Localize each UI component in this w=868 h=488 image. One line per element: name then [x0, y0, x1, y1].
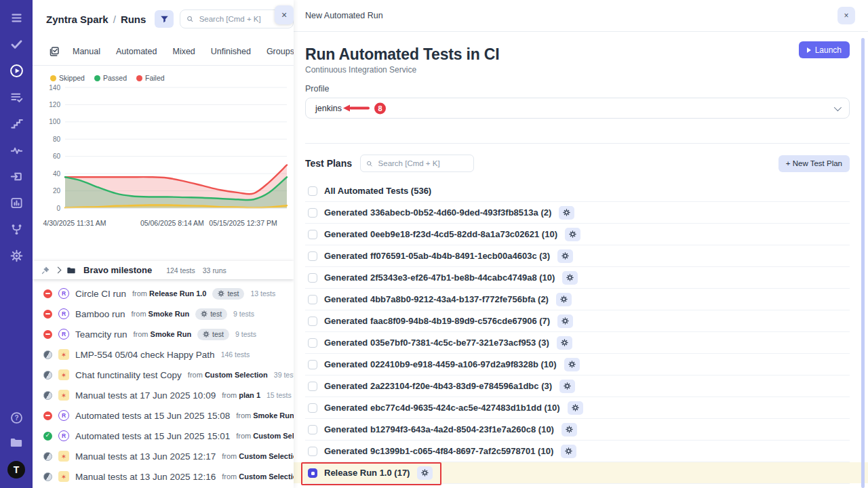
panel-close-button[interactable]: × — [275, 5, 294, 24]
plan-settings-gear-button[interactable] — [559, 206, 574, 220]
test-plan-row[interactable]: Generated faac8f09-94b8-4b19-89d9-c576cd… — [305, 310, 850, 332]
plan-settings-gear-button[interactable] — [557, 336, 572, 350]
filter-button[interactable] — [155, 10, 174, 28]
pulse-icon[interactable] — [9, 143, 23, 157]
legend-item[interactable]: Failed — [136, 74, 165, 82]
test-plans-search-input[interactable] — [377, 159, 468, 168]
plan-label[interactable]: Generated 4bb7a8b0-9212-43a4-b137-f772fe… — [324, 294, 549, 304]
plan-checkbox[interactable] — [308, 382, 317, 391]
plan-settings-gear-button[interactable] — [557, 249, 573, 263]
plan-settings-gear-button[interactable] — [561, 423, 577, 436]
run-list-item[interactable]: Manual tests at 17 Jun 2025 10:09 from p… — [33, 385, 294, 405]
legend-item[interactable]: Skipped — [50, 74, 85, 82]
run-name[interactable]: Circle CI run — [75, 289, 126, 299]
tab-groups[interactable]: Groups — [267, 47, 294, 56]
test-plan-row[interactable]: Generated b12794f3-643a-4a2d-8504-23f1e7… — [305, 419, 850, 441]
plan-label[interactable]: Generated 0eeb9e18-f23d-4cd5-82dd-8a1a73… — [324, 229, 557, 239]
test-plan-row[interactable]: Generated 336abecb-0b52-4d60-9ded-493f3f… — [305, 202, 850, 224]
tab-manual[interactable]: Manual — [73, 47, 100, 56]
plan-checkbox[interactable] — [308, 403, 317, 413]
plan-settings-gear-button[interactable] — [417, 466, 433, 480]
menu-icon[interactable] — [9, 11, 23, 24]
milestone-row[interactable]: Bravo milestone 124 tests 33 runs — [33, 261, 294, 279]
test-plan-row[interactable]: Release Run 1.0 (17) — [305, 462, 850, 484]
chevron-right-icon[interactable] — [55, 267, 62, 274]
tab-unfinished[interactable]: Unfinished — [211, 47, 251, 56]
run-name[interactable]: Teamcity run — [75, 329, 127, 340]
run-name[interactable]: Bamboo run — [75, 309, 125, 319]
run-list-item[interactable]: Automated tests at 15 Jun 2025 15:01 fro… — [33, 426, 294, 446]
scrollbar-thumb[interactable] — [861, 38, 865, 488]
pin-icon[interactable] — [41, 266, 50, 274]
plan-label[interactable]: All Automated Tests (536) — [324, 186, 431, 196]
test-plan-row[interactable]: Generated 2f5343e3-ef26-47b1-be8b-44cabc… — [305, 267, 850, 289]
plan-label[interactable]: Generated ff076591-05ab-4b4b-8491-1ecb00… — [324, 251, 550, 261]
select-runs-icon[interactable] — [49, 46, 60, 57]
plan-checkbox[interactable] — [308, 447, 317, 456]
plan-checkbox[interactable] — [308, 251, 317, 261]
plan-checkbox[interactable] — [308, 425, 317, 434]
test-plan-row[interactable]: Generated e891c41f-8039-4e64-aa24-e0d56e… — [305, 484, 850, 488]
run-list-item[interactable]: LMP-554 05/04 check Happy Path 146 tests — [33, 344, 294, 365]
plan-label[interactable]: Generated 2a223104-f20e-4b43-83d9-e78459… — [324, 381, 552, 391]
run-list-item[interactable]: Manual tests at 13 Jun 2025 12:16 from C… — [33, 466, 294, 487]
plan-label[interactable]: Generated b12794f3-643a-4a2d-8504-23f1e7… — [324, 424, 554, 434]
branch-icon[interactable] — [9, 222, 23, 236]
plan-label[interactable]: Generated faac8f09-94b8-4b19-89d9-c576cd… — [324, 316, 550, 326]
plan-checkbox[interactable] — [308, 186, 317, 196]
legend-item[interactable]: Passed — [94, 74, 127, 82]
plan-settings-gear-button[interactable] — [557, 314, 573, 328]
plan-settings-gear-button[interactable] — [564, 358, 580, 371]
plan-settings-gear-button[interactable] — [559, 380, 575, 393]
plan-label[interactable]: Generated ebc77c4d-9635-424c-ac5e-427483… — [324, 403, 560, 413]
run-name[interactable]: Automated tests at 15 Jun 2025 15:08 — [75, 411, 230, 421]
run-list-item[interactable]: Chat functinality test Copy from Custom … — [33, 365, 294, 385]
drawer-close-button[interactable]: × — [837, 7, 855, 24]
import-icon[interactable] — [9, 169, 23, 183]
run-list-item[interactable]: Circle CI run from Release Run 1.0 test … — [33, 283, 294, 304]
run-name[interactable]: LMP-554 05/04 check Happy Path — [75, 350, 215, 360]
plan-checkbox[interactable] — [308, 338, 317, 348]
runs-search-input[interactable] — [198, 14, 287, 24]
test-plan-row[interactable]: Generated ebc77c4d-9635-424c-ac5e-427483… — [305, 397, 850, 419]
run-name[interactable]: Manual tests at 13 Jun 2025 12:16 — [75, 472, 216, 482]
plan-settings-gear-button[interactable] — [561, 445, 576, 458]
plan-settings-gear-button[interactable] — [565, 228, 580, 241]
plan-label[interactable]: Release Run 1.0 (17) — [324, 468, 410, 478]
run-name[interactable]: Automated tests at 15 Jun 2025 15:01 — [75, 431, 230, 441]
test-plan-row[interactable]: Generated 022410b9-e918-4459-a106-97d2a9… — [305, 354, 850, 375]
plan-checkbox[interactable] — [308, 273, 317, 283]
plan-checkbox[interactable] — [308, 230, 317, 239]
test-plans-search[interactable] — [360, 155, 474, 172]
plan-checkbox[interactable] — [308, 208, 317, 218]
plan-settings-gear-button[interactable] — [556, 293, 572, 306]
plan-label[interactable]: Generated 035e7bf0-7381-4c5c-be77-321e73… — [324, 338, 549, 348]
plan-label[interactable]: Generated 9c1399b1-c065-4f84-8697-7af2c5… — [324, 446, 553, 456]
projects-folder-icon[interactable] — [9, 436, 23, 449]
plan-settings-gear-button[interactable] — [562, 271, 578, 285]
settings-gear-icon[interactable] — [9, 249, 23, 262]
plan-checkbox[interactable] — [308, 295, 317, 304]
help-icon[interactable]: ? — [9, 411, 23, 424]
plans-list-icon[interactable] — [9, 90, 23, 104]
test-plan-row[interactable]: Generated 9c1399b1-c065-4f84-8697-7af2c5… — [305, 441, 850, 462]
profile-select[interactable]: jenkins 8 — [305, 98, 850, 119]
test-plan-row[interactable]: Generated 4bb7a8b0-9212-43a4-b137-f772fe… — [305, 289, 850, 310]
run-list-item[interactable]: Bamboo run from Smoke Run test 9 tests — [33, 304, 294, 324]
run-name[interactable]: Chat functinality test Copy — [75, 370, 182, 380]
run-name[interactable]: Manual tests at 17 Jun 2025 10:09 — [75, 390, 216, 401]
test-plan-row[interactable]: Generated 035e7bf0-7381-4c5c-be77-321e73… — [305, 332, 850, 354]
plan-label[interactable]: Generated 2f5343e3-ef26-47b1-be8b-44cabc… — [324, 272, 555, 283]
run-name[interactable]: Manual tests at 13 Jun 2025 12:17 — [75, 451, 216, 462]
plan-label[interactable]: Generated 336abecb-0b52-4d60-9ded-493f3f… — [324, 207, 551, 218]
run-list-item[interactable]: Automated tests at 15 Jun 2025 15:08 fro… — [33, 405, 294, 426]
steps-icon[interactable] — [9, 117, 23, 130]
run-list-item[interactable]: Teamcity run from Smoke Run test 9 tests — [33, 324, 294, 344]
new-test-plan-button[interactable]: + New Test Plan — [778, 155, 850, 172]
runs-play-icon[interactable] — [9, 64, 23, 77]
test-plan-row[interactable]: All Automated Tests (536) — [305, 180, 850, 202]
report-icon[interactable] — [9, 196, 23, 209]
logo-testomat[interactable]: T — [7, 461, 25, 479]
tab-mixed[interactable]: Mixed — [172, 47, 195, 56]
test-plan-row[interactable]: Generated 0eeb9e18-f23d-4cd5-82dd-8a1a73… — [305, 224, 850, 245]
